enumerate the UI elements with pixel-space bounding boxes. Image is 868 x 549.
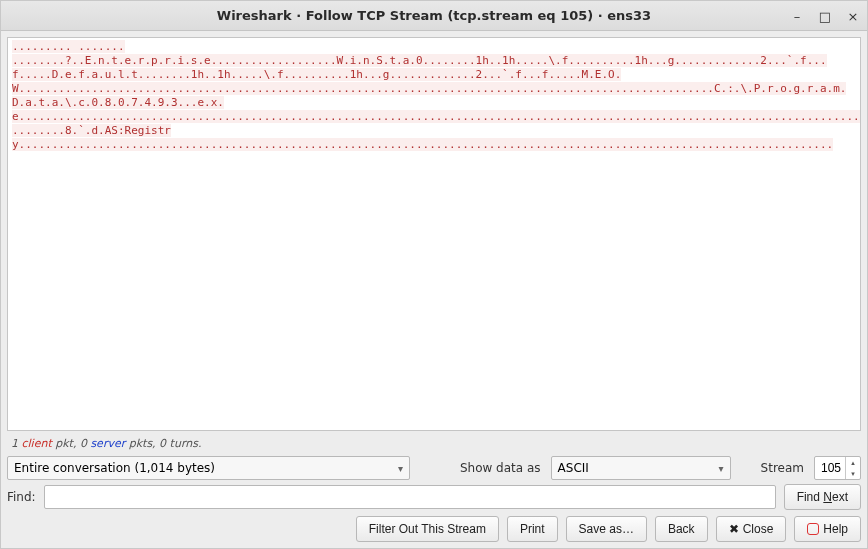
client-area: ......... ....... ........?..E.n.t.e.r.p…: [1, 31, 867, 548]
save-as-label: Save as…: [579, 522, 634, 536]
maximize-button[interactable]: □: [815, 6, 835, 26]
save-as-button[interactable]: Save as…: [566, 516, 647, 542]
packet-status: 1 client pkt, 0 server pkts, 0 turns.: [7, 435, 861, 452]
stream-text: ......... ....... ........?..E.n.t.e.r.p…: [8, 38, 860, 154]
show-data-select[interactable]: ASCII ▾: [551, 456, 731, 480]
find-input[interactable]: [44, 485, 776, 509]
help-label: Help: [823, 522, 848, 536]
close-icon: ✖: [729, 522, 739, 536]
conversation-select[interactable]: Entire conversation (1,014 bytes) ▾: [7, 456, 410, 480]
client-segment: ......... ....... ........?..E.n.t.e.r.p…: [12, 40, 861, 151]
conversation-value: Entire conversation (1,014 bytes): [14, 461, 215, 475]
stream-spinbox[interactable]: ▴ ▾: [814, 456, 861, 480]
find-row: Find: Find Next: [7, 484, 861, 510]
server-count: 0: [80, 437, 87, 450]
print-button[interactable]: Print: [507, 516, 558, 542]
client-label: client: [22, 437, 52, 450]
window-controls: – □ ×: [787, 1, 863, 31]
spin-buttons: ▴ ▾: [845, 457, 860, 479]
bottom-button-row: Filter Out This Stream Print Save as… Ba…: [7, 514, 861, 542]
turns-suffix: pkts, 0 turns.: [129, 437, 202, 450]
window-title: Wireshark · Follow TCP Stream (tcp.strea…: [217, 8, 651, 23]
spin-up-button[interactable]: ▴: [846, 457, 860, 468]
find-label: Find:: [7, 490, 36, 504]
window-root: Wireshark · Follow TCP Stream (tcp.strea…: [0, 0, 868, 549]
filter-out-label: Filter Out This Stream: [369, 522, 486, 536]
show-data-label: Show data as: [460, 461, 541, 475]
filter-row: Entire conversation (1,014 bytes) ▾ Show…: [7, 456, 861, 480]
spin-down-button[interactable]: ▾: [846, 468, 860, 479]
close-label: Close: [743, 522, 774, 536]
stream-pane[interactable]: ......... ....... ........?..E.n.t.e.r.p…: [7, 37, 861, 431]
back-label: Back: [668, 522, 695, 536]
client-count: 1: [11, 437, 18, 450]
back-button[interactable]: Back: [655, 516, 708, 542]
chevron-down-icon: ▾: [719, 463, 724, 474]
minimize-button[interactable]: –: [787, 6, 807, 26]
help-button[interactable]: Help: [794, 516, 861, 542]
close-button[interactable]: ✖ Close: [716, 516, 787, 542]
server-label: server: [90, 437, 125, 450]
help-icon: [807, 523, 819, 535]
find-next-button[interactable]: Find Next: [784, 484, 861, 510]
show-data-value: ASCII: [558, 461, 589, 475]
chevron-down-icon: ▾: [398, 463, 403, 474]
titlebar: Wireshark · Follow TCP Stream (tcp.strea…: [1, 1, 867, 31]
print-label: Print: [520, 522, 545, 536]
stream-label: Stream: [761, 461, 804, 475]
stream-value-input[interactable]: [815, 461, 845, 475]
close-window-button[interactable]: ×: [843, 6, 863, 26]
find-next-label: Find Next: [797, 490, 848, 504]
pkt-text: pkt,: [55, 437, 80, 450]
filter-out-button[interactable]: Filter Out This Stream: [356, 516, 499, 542]
